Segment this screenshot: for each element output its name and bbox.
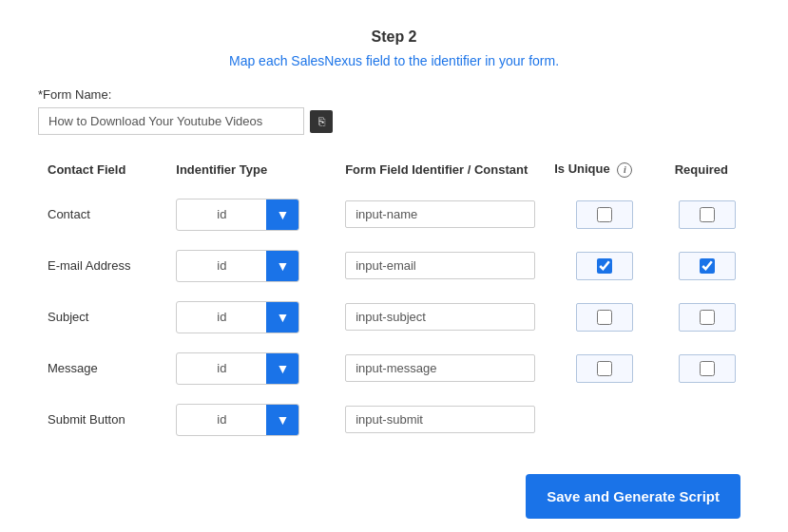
step-subtitle: Map each SalesNexus field to the identif…: [38, 53, 750, 68]
identifier-input[interactable]: [345, 252, 535, 279]
id-type-cell: id▼: [166, 189, 336, 240]
table-row: Contactid▼: [38, 189, 750, 240]
id-type-text: id: [177, 407, 266, 432]
required-checkbox[interactable]: [700, 207, 715, 222]
id-type-dropdown-button[interactable]: ▼: [266, 353, 298, 384]
form-name-section: *Form Name: ⎘: [38, 87, 750, 135]
footer-bar: Save and Generate Script: [38, 474, 750, 520]
col-header-unique: Is Unique i: [545, 154, 665, 189]
col-header-required: Required: [665, 154, 750, 189]
col-header-idtype: Indentifier Type: [166, 154, 336, 189]
step-header: Step 2: [38, 28, 750, 46]
form-name-input-wrap: ⎘: [38, 107, 750, 135]
identifier-cell: [336, 394, 545, 446]
id-type-text: id: [177, 304, 266, 330]
is-unique-cell: [545, 240, 665, 292]
table-row: Subjectid▼: [38, 292, 750, 343]
id-type-dropdown-button[interactable]: ▼: [266, 200, 298, 230]
required-cell: [665, 240, 750, 292]
contact-field-label: Message: [38, 343, 166, 394]
required-checkbox[interactable]: [700, 258, 715, 274]
id-type-text: id: [177, 201, 266, 227]
field-table: Contact Field Indentifier Type Form Fiel…: [38, 154, 750, 446]
identifier-input[interactable]: [345, 200, 535, 228]
contact-field-label: Contact: [38, 189, 166, 240]
is-unique-cell: [545, 343, 665, 394]
identifier-input[interactable]: [345, 303, 535, 331]
table-row: Messageid▼: [38, 343, 750, 394]
is-unique-checkbox[interactable]: [597, 207, 612, 222]
col-header-identifier: Form Field Identifier / Constant: [336, 154, 545, 189]
is-unique-checkbox[interactable]: [597, 310, 612, 325]
identifier-cell: [336, 343, 545, 394]
is-unique-cell: [545, 394, 665, 446]
id-type-dropdown-button[interactable]: ▼: [266, 251, 298, 281]
required-checkbox[interactable]: [700, 310, 715, 325]
identifier-cell: [336, 189, 545, 240]
table-row: E-mail Addressid▼: [38, 240, 750, 292]
id-type-dropdown-button[interactable]: ▼: [266, 405, 298, 435]
id-type-text: id: [177, 355, 266, 381]
required-cell: [665, 292, 750, 343]
contact-field-label: Submit Button: [38, 394, 166, 446]
required-cell: [665, 343, 750, 394]
is-unique-checkbox[interactable]: [597, 361, 612, 376]
identifier-cell: [336, 292, 545, 343]
col-header-contact: Contact Field: [38, 154, 166, 189]
id-type-text: id: [177, 253, 266, 278]
contact-field-label: Subject: [38, 292, 166, 343]
copy-icon[interactable]: ⎘: [310, 110, 333, 133]
is-unique-cell: [545, 292, 665, 343]
form-name-label: *Form Name:: [38, 87, 750, 102]
required-cell: [665, 394, 750, 446]
required-cell: [665, 189, 750, 240]
identifier-input[interactable]: [345, 406, 535, 433]
identifier-cell: [336, 240, 545, 292]
identifier-input[interactable]: [345, 354, 535, 382]
table-row: Submit Buttonid▼: [38, 394, 750, 446]
id-type-cell: id▼: [166, 394, 336, 446]
id-type-cell: id▼: [166, 343, 336, 394]
id-type-dropdown-button[interactable]: ▼: [266, 302, 298, 332]
step-title: Step 2: [38, 28, 750, 46]
subtitle-text: Map each SalesNexus field to the identif…: [229, 53, 559, 68]
contact-field-label: E-mail Address: [38, 240, 166, 292]
required-checkbox[interactable]: [700, 361, 715, 376]
is-unique-checkbox[interactable]: [597, 258, 612, 274]
id-type-cell: id▼: [166, 240, 336, 292]
unique-info-icon[interactable]: i: [617, 162, 632, 178]
is-unique-cell: [545, 189, 665, 240]
form-name-input[interactable]: [38, 107, 304, 135]
save-generate-button[interactable]: Save and Generate Script: [526, 474, 740, 520]
page-container: Step 2 Map each SalesNexus field to the …: [0, 0, 788, 532]
id-type-cell: id▼: [166, 292, 336, 343]
